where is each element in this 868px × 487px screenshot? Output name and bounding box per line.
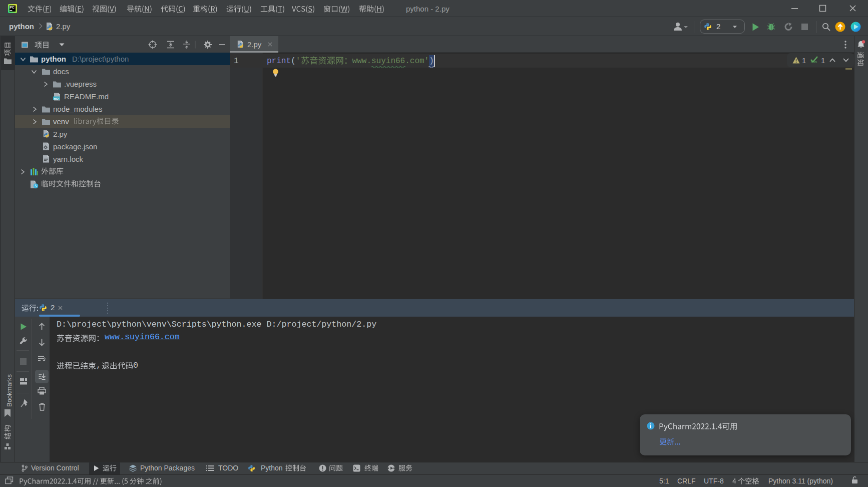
svg-text:PC: PC xyxy=(10,6,15,9)
svg-text:MD: MD xyxy=(54,97,59,100)
